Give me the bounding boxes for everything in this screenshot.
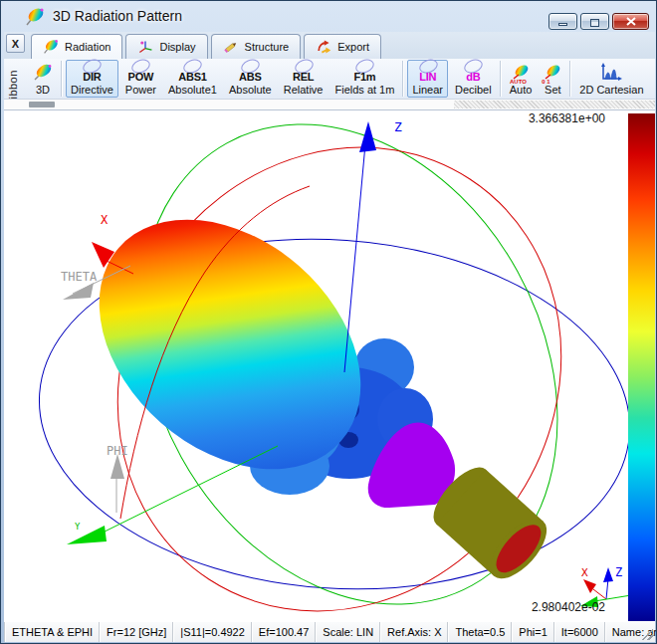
minimize-button[interactable]	[548, 13, 577, 30]
z-axis-arrow-icon	[359, 121, 376, 152]
button-acronym: F1m	[353, 71, 375, 83]
pencil-icon	[223, 39, 239, 55]
status-efficiency: Ef=100.47	[252, 622, 316, 642]
tab-label: Display	[159, 41, 195, 53]
button-label: Power	[125, 84, 156, 96]
toolbar-button-decibel[interactable]: dB Decibel	[450, 60, 497, 98]
button-label: Absolute	[229, 84, 272, 96]
button-acronym: ABS	[239, 71, 262, 83]
button-label: Auto	[510, 84, 533, 96]
status-ref-axis: Ref.Axis: X	[380, 622, 448, 642]
radiation-lobe-icon	[43, 39, 59, 55]
button-label: Decibel	[455, 84, 492, 96]
y-axis-label: Y	[75, 522, 81, 532]
window-title: 3D Radiation Pattern	[53, 8, 182, 24]
button-label: Directive	[71, 84, 113, 96]
status-frequency: Fr=12 [GHz]	[100, 622, 173, 642]
tab-structure[interactable]: Structure	[211, 34, 302, 59]
toolbar-separator	[402, 61, 404, 97]
auto-caption: AUTO	[510, 79, 527, 85]
status-theta: Theta=0.5	[448, 622, 512, 642]
toolbar-button-directive[interactable]: DIR Directive	[66, 60, 118, 98]
status-scale: Scale: LIN	[316, 622, 380, 642]
toolbar-button-2d-polar[interactable]: 2D Polar	[651, 60, 655, 98]
scrollbar-thumb[interactable]	[29, 102, 55, 107]
triad-x-arrow-icon	[583, 579, 596, 593]
ribbon-scrollbar[interactable]	[4, 99, 655, 110]
tab-export[interactable]: Export	[304, 34, 381, 59]
button-acronym: dB	[466, 71, 480, 83]
toolbar-separator	[569, 61, 571, 97]
radiation-pattern-scene: Z X THETA PHI Y	[4, 110, 655, 621]
button-acronym: LIN	[419, 71, 436, 83]
tab-label: Export	[337, 41, 369, 53]
button-label: Set	[545, 84, 561, 96]
status-components: ETHETA & EPHI	[5, 622, 100, 642]
status-phi: Phi=1	[512, 622, 553, 642]
maximize-icon	[590, 19, 599, 27]
tab-label: Structure	[245, 41, 290, 53]
button-label: Fields at 1m	[334, 84, 394, 96]
z-axis-line	[344, 133, 366, 372]
button-label: Relative	[284, 84, 324, 96]
button-label: Absolute1	[168, 84, 217, 96]
theta-arrow-icon	[63, 283, 94, 300]
colorbar	[628, 113, 655, 621]
ribbon-close-button[interactable]: X	[6, 34, 25, 53]
button-acronym: POW	[128, 71, 154, 83]
toolbar-button-power[interactable]: POW Power	[120, 60, 161, 98]
triad-z-label: Z	[615, 565, 622, 579]
toolbar-button-3d[interactable]: 3D	[28, 60, 58, 98]
ribbon-tab-bar: Radiation Display Structure	[4, 32, 655, 59]
toolbar-button-fields-at-1m[interactable]: F1m Fields at 1m	[329, 60, 399, 98]
toolbar-button-set[interactable]: 0 1 Set	[539, 60, 566, 98]
theta-label: THETA	[61, 270, 98, 284]
toolbar-button-2d-cartesian[interactable]: 2D Cartesian	[574, 60, 648, 98]
radiation-lobe-icon	[33, 64, 53, 82]
phi-label: PHI	[107, 444, 128, 458]
button-acronym: REL	[293, 71, 314, 83]
scrollbar-hatch	[454, 101, 655, 108]
status-bar: ETHETA & EPHI Fr=12 [GHz] |S11|=0.4922 E…	[4, 621, 655, 642]
maximize-button[interactable]	[580, 13, 609, 30]
axes-icon	[137, 39, 153, 55]
button-label: 3D	[36, 84, 50, 96]
toolbar-button-absolute1[interactable]: ABS1 Absolute1	[163, 60, 222, 98]
tab-display[interactable]: Display	[125, 34, 207, 59]
title-bar[interactable]: 3D Radiation Pattern	[1, 1, 656, 32]
colorbar-min-value: 2.980402e-02	[482, 600, 605, 614]
x-axis-label: X	[101, 213, 109, 227]
close-button[interactable]	[612, 13, 649, 30]
toolbar-button-absolute[interactable]: ABS Absolute	[224, 60, 277, 98]
3d-viewport[interactable]: Z X THETA PHI Y	[4, 110, 655, 621]
y-axis-line	[101, 446, 278, 534]
export-arrows-icon	[316, 39, 331, 55]
z-axis-label: Z	[394, 119, 402, 134]
button-acronym: DIR	[83, 71, 101, 83]
close-icon	[626, 17, 636, 26]
y-axis-arrow-icon	[67, 526, 107, 544]
tab-radiation[interactable]: Radiation	[31, 34, 122, 59]
button-label: 2D Cartesian	[579, 84, 643, 96]
toolbar-button-linear[interactable]: LIN Linear	[407, 60, 448, 98]
app-window: 3D Radiation Pattern Radiation	[0, 0, 657, 644]
triad-x-label: X	[581, 566, 588, 579]
status-s11: |S11|=0.4922	[173, 622, 252, 642]
colorbar-max-value: 3.366381e+00	[482, 111, 605, 125]
set-caption: 0 1	[542, 79, 549, 85]
triad-z-arrow-icon	[603, 567, 613, 582]
button-label: Linear	[412, 84, 443, 96]
toolbar-button-relative[interactable]: REL Relative	[279, 60, 328, 98]
status-iterations: It=6000	[554, 622, 605, 642]
button-acronym: ABS1	[178, 71, 207, 83]
minimize-icon	[558, 23, 567, 26]
toolbar-separator	[61, 61, 63, 97]
toolbar-separator	[500, 61, 502, 97]
ribbon-toolbar: 3D DIR Directive POW Power ABS1 Absolute…	[4, 59, 655, 99]
cartesian-plot-icon	[599, 63, 623, 83]
tab-label: Radiation	[65, 41, 110, 53]
radiation-lobe-icon	[25, 7, 45, 27]
toolbar-button-auto[interactable]: AUTO Auto	[505, 60, 538, 98]
